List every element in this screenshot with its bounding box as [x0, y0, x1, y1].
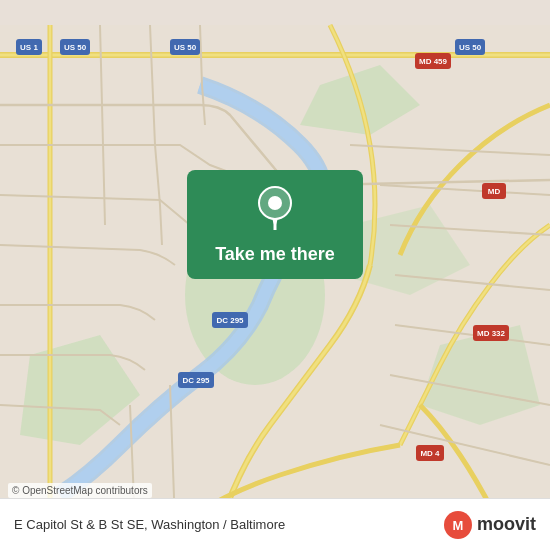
moovit-logo: M moovit: [443, 510, 536, 540]
svg-point-29: [268, 196, 282, 210]
svg-rect-22: [178, 372, 214, 388]
svg-text:US 50: US 50: [64, 43, 87, 52]
svg-text:M: M: [453, 518, 464, 533]
location-label: E Capitol St & B St SE, Washington / Bal…: [14, 517, 285, 532]
svg-marker-5: [420, 325, 540, 425]
map-attribution: © OpenStreetMap contributors: [8, 483, 152, 498]
svg-rect-16: [482, 183, 506, 199]
svg-rect-10: [170, 39, 200, 55]
svg-text:US 50: US 50: [459, 43, 482, 52]
svg-marker-30: [272, 218, 278, 228]
svg-rect-6: [16, 39, 42, 55]
svg-text:DC 295: DC 295: [216, 316, 244, 325]
svg-rect-12: [455, 39, 485, 55]
svg-marker-2: [20, 335, 140, 445]
svg-rect-8: [60, 39, 90, 55]
take-me-there-button[interactable]: Take me there: [215, 244, 335, 265]
svg-text:MD 459: MD 459: [419, 57, 448, 66]
map-pin-icon: [257, 186, 293, 234]
svg-text:DC 295: DC 295: [182, 376, 210, 385]
moovit-logo-text: moovit: [477, 514, 536, 535]
svg-text:US 1: US 1: [20, 43, 38, 52]
svg-text:MD 332: MD 332: [477, 329, 506, 338]
svg-rect-24: [416, 445, 444, 461]
svg-text:MD: MD: [488, 187, 501, 196]
svg-marker-3: [300, 65, 420, 135]
svg-rect-20: [212, 312, 248, 328]
svg-rect-14: [415, 53, 451, 69]
bottom-bar: E Capitol St & B St SE, Washington / Bal…: [0, 498, 550, 550]
svg-text:MD 4: MD 4: [420, 449, 440, 458]
take-me-there-container[interactable]: Take me there: [187, 170, 363, 279]
map-container: US 1 US 50 US 50 US 50 MD 459 MD MD 332 …: [0, 0, 550, 550]
svg-text:US 50: US 50: [174, 43, 197, 52]
moovit-logo-icon: M: [443, 510, 473, 540]
svg-rect-18: [473, 325, 509, 341]
